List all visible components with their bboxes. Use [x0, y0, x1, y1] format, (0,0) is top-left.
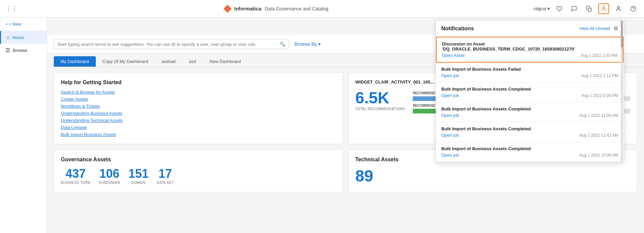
help-link-1[interactable]: Create Assets [61, 97, 336, 102]
header-right: cdgcui ▾ [533, 3, 639, 14]
notif-link-4[interactable]: Open job [441, 113, 459, 118]
help-icon-button[interactable] [628, 3, 639, 14]
search-input[interactable] [57, 42, 280, 47]
widget-total-label: TOTAL RECOMMENDATIONS [355, 107, 405, 111]
tab-my-dashboard[interactable]: My Dashboard [54, 56, 96, 67]
sidebar-item-browse[interactable]: ☰ Browse [0, 44, 47, 57]
notif-title-5: Bulk Import of Business Assets Completed [441, 126, 618, 131]
help-link-3[interactable]: Understanding Business Assets [61, 111, 336, 116]
notification-header-right: View All Unread ⚙ [579, 25, 618, 32]
notification-settings-icon[interactable]: ⚙ [613, 25, 618, 32]
gov-asset-dataset: 17 DATA SET [157, 167, 174, 185]
browse-by-label: Browse By [294, 41, 317, 47]
tab-asd[interactable]: asd [182, 56, 203, 67]
person-icon-button[interactable] [613, 3, 624, 14]
sidebar-item-home[interactable]: ⌂ Home [0, 31, 47, 44]
notif-link-5[interactable]: Open job [441, 133, 459, 138]
gov-asset-label-0: BUSINESS TERM [61, 181, 90, 185]
notification-title: Notifications [441, 26, 474, 32]
sidebar-home-label: Home [12, 35, 24, 40]
scrollbar-thumb[interactable] [621, 21, 623, 47]
home-icon: ⌂ [6, 34, 10, 40]
notification-item-1: Discussion on Asset 'DQ_ORACLE_BUSINESS_… [436, 37, 623, 63]
notif-title-2: Bulk Import of Business Assets Failed [441, 67, 618, 72]
app-name: Informatica [234, 6, 261, 11]
widget-total-num: 6.5K [355, 89, 405, 107]
notif-time-5: Aug 1 2022 11:42 AM [579, 133, 618, 138]
gov-asset-num-2: 151 [128, 167, 149, 181]
notif-row-5: Open job Aug 1 2022 11:42 AM [441, 133, 618, 138]
governance-card: Governance Assets 437 BUSINESS TERM 106 … [54, 149, 343, 192]
notif-title-4: Bulk Import of Business Assets Completed [441, 106, 618, 111]
notif-title-3: Bulk Import of Business Assets Completed [441, 87, 618, 92]
notif-row-6: Open job Aug 1 2022 10:09 AM [441, 153, 618, 158]
svg-point-5 [617, 6, 619, 8]
tag-icon-button[interactable] [554, 3, 565, 14]
search-icon: 🔍 [280, 41, 285, 47]
view-all-unread-link[interactable]: View All Unread [579, 26, 610, 31]
gov-asset-domain: 151 DOMAIN [128, 167, 149, 185]
grid-icon[interactable]: ⋮⋮ [5, 5, 17, 12]
notif-time-2: Aug 1 2022 1:13 PM [581, 73, 618, 78]
svg-rect-3 [588, 8, 592, 11]
gov-asset-num-1: 106 [98, 167, 120, 181]
notification-item-2: Bulk Import of Business Assets Failed Op… [436, 63, 623, 82]
notif-title-1: Discussion on Asset 'DQ_ORACLE_BUSINESS_… [442, 41, 617, 52]
sidebar: + + New ⌂ Home ☰ Browse [0, 18, 47, 233]
header-left: ⋮⋮ [5, 5, 17, 12]
new-label: + New [9, 22, 21, 27]
search-box[interactable]: 🔍 [54, 39, 289, 49]
notif-link-3[interactable]: Open job [441, 93, 459, 98]
username-label: cdgcui [533, 6, 546, 11]
gov-asset-num-3: 17 [157, 167, 174, 181]
sidebar-browse-label: Browse [13, 48, 27, 53]
app-subtitle: Data Governance and Catalog [265, 6, 328, 11]
notif-row-2: Open job Aug 1 2022 1:13 PM [441, 73, 618, 78]
scrollbar[interactable] [621, 21, 623, 162]
notif-row-3: Open job Aug 1 2022 0:09 PM [441, 93, 618, 98]
header-center: Informatica Data Governance and Catalog [223, 4, 328, 13]
tab-copy-of-my-dashboard[interactable]: Copy Of My Dashboard [96, 56, 155, 67]
help-link-0[interactable]: Search & Browse for Assets [61, 90, 336, 95]
help-link-5[interactable]: Data Lineage [61, 125, 336, 130]
svg-point-4 [603, 6, 605, 8]
gov-asset-business-term: 437 BUSINESS TERM [61, 167, 90, 185]
tab-new-dashboard[interactable]: New Dashboard [203, 56, 247, 67]
notif-time-3: Aug 1 2022 0:09 PM [581, 93, 618, 98]
top-header: ⋮⋮ Informatica Data Governance and Catal… [0, 0, 644, 18]
gov-asset-label-2: DOMAIN [128, 181, 149, 185]
help-link-2[interactable]: Workflows & Tickets [61, 104, 336, 109]
gov-asset-num-0: 437 [61, 167, 90, 181]
message-icon-button[interactable] [569, 3, 579, 14]
new-button[interactable]: + + New [0, 18, 47, 31]
governance-card-title: Governance Assets [61, 157, 336, 163]
notif-title-6: Bulk Import of Business Assets Completed [441, 146, 618, 151]
help-links: Search & Browse for Assets Create Assets… [61, 90, 336, 137]
notification-item-6: Bulk Import of Business Assets Completed… [436, 142, 623, 162]
browse-icon: ☰ [5, 47, 10, 54]
person-active-icon-button[interactable] [598, 3, 609, 14]
copy-icon-button[interactable] [583, 3, 594, 14]
tab-asdsad[interactable]: asdsad [155, 56, 182, 67]
notif-time-4: Aug 1 2022 11:59 AM [579, 113, 618, 118]
help-card: Help for Getting Started Search & Browse… [54, 72, 343, 144]
notif-row-1: Open Asset Aug 1 2022 2:40 PM [442, 53, 617, 58]
notif-link-6[interactable]: Open job [441, 153, 459, 158]
help-card-title: Help for Getting Started [61, 79, 336, 86]
notification-item-3: Bulk Import of Business Assets Completed… [436, 82, 623, 102]
notif-row-4: Open job Aug 1 2022 11:59 AM [441, 113, 618, 118]
help-link-6[interactable]: Bulk Import Business Assets [61, 132, 336, 137]
notification-item-5: Bulk Import of Business Assets Completed… [436, 122, 623, 142]
notif-link-2[interactable]: Open job [441, 73, 459, 78]
browse-by-chevron-icon: ▾ [318, 41, 321, 47]
notification-header: Notifications View All Unread ⚙ [436, 21, 623, 37]
help-link-4[interactable]: Understanding Technical Assets [61, 118, 336, 123]
technical-card-num: 89 [355, 167, 630, 185]
user-menu[interactable]: cdgcui ▾ [533, 6, 550, 11]
gov-asset-label-1: SUBDOMAIN [98, 181, 120, 185]
gov-asset-label-3: DATA SET [157, 181, 174, 185]
informatica-logo-icon [223, 4, 232, 13]
browse-by-button[interactable]: Browse By ▾ [294, 41, 321, 47]
notif-link-1[interactable]: Open Asset [442, 53, 465, 58]
governance-assets-list: 437 BUSINESS TERM 106 SUBDOMAIN 151 DOMA… [61, 167, 336, 185]
